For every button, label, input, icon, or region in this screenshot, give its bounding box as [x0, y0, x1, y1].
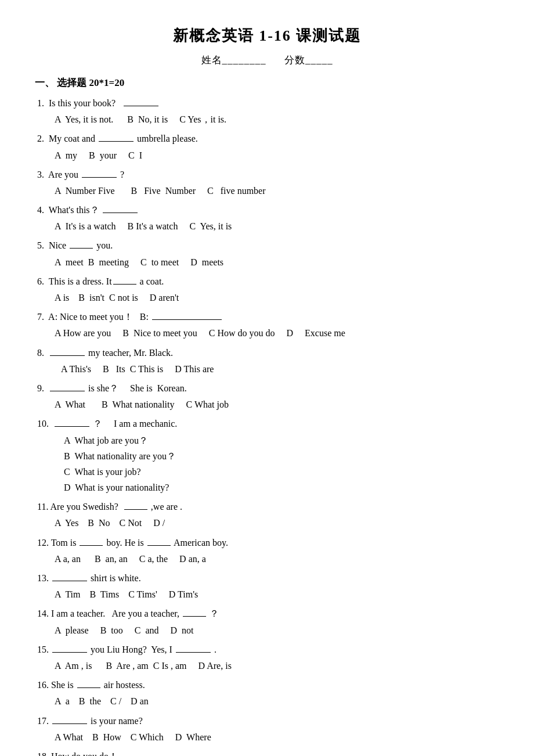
page-title: 新概念英语 1-16 课测试题 — [35, 23, 499, 49]
blank-q7 — [152, 319, 222, 320]
blank-q8 — [50, 355, 85, 356]
score-label: 分数_____ — [284, 55, 333, 66]
subtitle: 姓名________ 分数_____ — [35, 52, 499, 69]
question-11: 11. Are you Swedish? ,we are . A Yes B N… — [35, 499, 499, 531]
question-17: 17. is your name? A What B How C Which D… — [35, 713, 499, 745]
question-3: 3. Are you ? A Number Five B Five Number… — [35, 167, 499, 199]
questions-list: 1. Is this your book? A Yes, it is not. … — [35, 95, 499, 756]
blank-q1 — [124, 106, 158, 106]
question-8: 8. my teacher, Mr. Black. A This's B Its… — [35, 345, 499, 377]
blank-q15b — [176, 652, 211, 653]
question-6: 6. This is a dress. It a coat. A is B is… — [35, 273, 499, 305]
question-18: 18. How do you do！ . A Fine, thank you. — [35, 748, 499, 756]
blank-q10 — [55, 426, 89, 427]
question-16: 16. She is air hostess. A a B the C / D … — [35, 677, 499, 709]
blank-q17 — [52, 723, 87, 724]
blank-q15a — [52, 652, 87, 653]
blank-q14 — [183, 616, 206, 617]
blank-q4 — [103, 213, 138, 213]
question-5: 5. Nice you. A meet B meeting C to meet … — [35, 237, 499, 269]
blank-q2 — [99, 141, 134, 142]
question-2: 2. My coat and umbrella please. A my B y… — [35, 131, 499, 163]
blank-q13 — [52, 581, 87, 581]
question-15: 15. you Liu Hong? Yes, I . A Am , is B A… — [35, 642, 499, 674]
question-12: 12. Tom is boy. He is American boy. A a,… — [35, 535, 499, 567]
question-7: 7. A: Nice to meet you！ B: A How are you… — [35, 309, 499, 341]
blank-q5 — [70, 248, 93, 249]
blank-q9 — [50, 391, 85, 391]
question-9: 9. is she？ She is Korean. A What B What … — [35, 380, 499, 412]
question-10: 10. ？ I am a mechanic. A What job are yo… — [35, 416, 499, 495]
name-label: 姓名________ — [201, 55, 266, 66]
blank-q11 — [124, 509, 147, 510]
blank-q16 — [77, 687, 100, 688]
blank-q6 — [113, 284, 136, 285]
section1-header: 一、 选择题 20*1=20 — [35, 75, 499, 92]
question-1: 1. Is this your book? A Yes, it is not. … — [35, 95, 499, 127]
blank-q12b — [147, 545, 171, 546]
question-4: 4. What's this？ A It's is a watch B It's… — [35, 202, 499, 234]
question-14: 14. I am a teacher. Are you a teacher, ？… — [35, 606, 499, 638]
blank-q3 — [82, 177, 117, 178]
question-13: 13. shirt is white. A Tim B Tims C Tims'… — [35, 570, 499, 602]
blank-q12a — [80, 545, 103, 546]
